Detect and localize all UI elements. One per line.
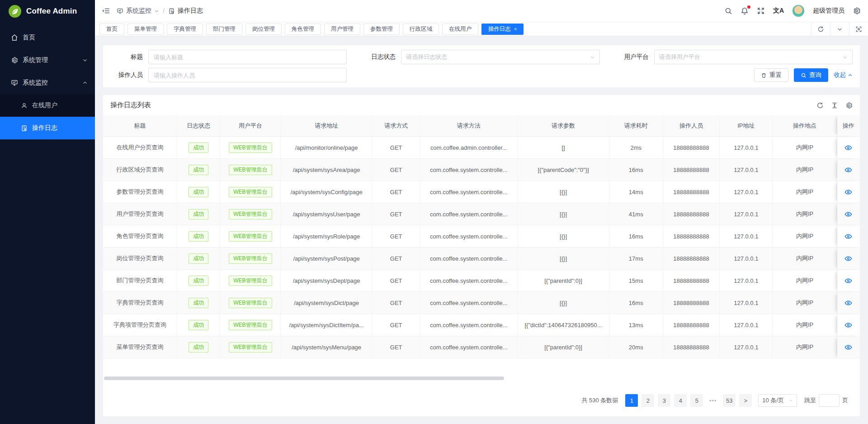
view-detail-eye-icon[interactable] (844, 144, 852, 152)
chevron-down-icon[interactable] (154, 9, 159, 14)
column-header: 请求方法 (420, 115, 518, 137)
tab-行政区域[interactable]: 行政区域 (403, 24, 439, 35)
maximize-icon[interactable] (849, 22, 868, 36)
platform-badge: WEB管理后台 (229, 231, 272, 242)
page-button-4[interactable]: 4 (674, 394, 687, 407)
tab-用户管理[interactable]: 用户管理 (324, 24, 360, 35)
chevron-up-icon (82, 80, 88, 86)
pagination-pages: 12345•••53 (625, 394, 736, 407)
view-detail-eye-icon[interactable] (844, 255, 852, 262)
view-detail-eye-icon[interactable] (844, 210, 852, 218)
monitor-icon (117, 8, 123, 14)
breadcrumb-section[interactable]: 系统监控 (126, 7, 151, 15)
username[interactable]: 超级管理员 (813, 7, 844, 15)
sidebar-menu: 首页 系统管理 系统监控 在线用户 操作日志 (0, 23, 95, 139)
column-header: 操作人员 (663, 115, 720, 137)
platform-badge: WEB管理后台 (229, 298, 272, 308)
tab-参数管理[interactable]: 参数管理 (363, 24, 400, 35)
column-header: 请求地址 (281, 115, 373, 137)
view-detail-eye-icon[interactable] (844, 321, 852, 329)
bell-icon[interactable] (741, 7, 749, 15)
refresh-icon[interactable] (811, 22, 830, 36)
cell-action (837, 336, 860, 358)
column-settings-gear-icon[interactable] (845, 102, 853, 109)
search-button[interactable]: 查询 (794, 68, 828, 82)
view-detail-eye-icon[interactable] (844, 277, 852, 285)
sidebar-item-system-manage[interactable]: 系统管理 (0, 49, 95, 71)
view-detail-eye-icon[interactable] (844, 299, 852, 307)
sidebar-item-operation-log[interactable]: 操作日志 (0, 117, 95, 139)
page-size-select[interactable]: 10 条/页 (758, 394, 797, 407)
status-badge: 成功 (189, 342, 208, 353)
chevron-down-icon[interactable] (830, 22, 849, 36)
platform-filter-select[interactable]: 请选择用户平台 (654, 50, 853, 64)
table-row: 部门管理分页查询成功WEB管理后台/api/system/sysDept/pag… (103, 270, 860, 292)
sidebar-item-label: 首页 (23, 33, 88, 42)
cell-request-class: com.coffee.system.controlle... (420, 336, 518, 358)
view-detail-eye-icon[interactable] (844, 233, 852, 240)
sidebar-item-online-users[interactable]: 在线用户 (0, 94, 95, 117)
tab-首页[interactable]: 首页 (99, 24, 124, 35)
cell-operator: 18888888888 (663, 292, 720, 314)
table-card: 操作日志列表 标题日志状态用户平台请求地址请求方式请求方法请求参数请求耗时操作人… (103, 95, 860, 416)
cell-status: 成功 (177, 203, 220, 225)
tab-部门管理[interactable]: 部门管理 (206, 24, 242, 35)
cell-request-class: com.coffee.system.controlle... (420, 203, 518, 225)
breadcrumb-page: 操作日志 (178, 7, 203, 15)
cell-request-time: 16ms (609, 292, 663, 314)
operator-filter-input[interactable] (148, 68, 347, 82)
page-button-53[interactable]: 53 (723, 394, 736, 407)
translate-icon[interactable]: 文A (773, 7, 784, 15)
cell-location: 内网IP (773, 248, 837, 270)
menu-fold-icon[interactable] (102, 7, 110, 15)
platform-badge: WEB管理后台 (229, 143, 272, 153)
view-detail-eye-icon[interactable] (844, 188, 852, 196)
next-page-button[interactable]: > (739, 394, 752, 407)
cell-request-method: GET (373, 203, 420, 225)
status-filter-select[interactable]: 请选择日志状态 (401, 50, 599, 64)
tab-在线用户[interactable]: 在线用户 (442, 24, 478, 35)
tab-角色管理[interactable]: 角色管理 (285, 24, 321, 35)
collapse-filters-link[interactable]: 收起 (834, 71, 853, 79)
cell-platform: WEB管理后台 (220, 159, 281, 181)
cell-status: 成功 (177, 314, 220, 336)
fullscreen-icon[interactable] (757, 7, 765, 15)
tab-操作日志[interactable]: 操作日志× (481, 24, 524, 35)
cell-request-params: [{}] (518, 248, 609, 270)
cell-action (837, 248, 860, 270)
cell-request-method: GET (373, 159, 420, 181)
reset-button-label: 重置 (769, 71, 782, 79)
topbar-actions: 文A 超级管理员 (724, 5, 861, 17)
title-filter-input[interactable] (148, 50, 347, 64)
cell-request-url: /api/monitor/online/page (281, 137, 373, 159)
reset-button[interactable]: 重置 (754, 68, 788, 82)
cell-status: 成功 (177, 292, 220, 314)
tab-字典管理[interactable]: 字典管理 (167, 24, 203, 35)
sidebar-item-home[interactable]: 首页 (0, 26, 95, 49)
search-icon[interactable] (724, 7, 732, 15)
page-button-3[interactable]: 3 (658, 394, 670, 407)
settings-gear-icon[interactable] (853, 7, 861, 15)
avatar[interactable] (792, 5, 805, 17)
tab-岗位管理[interactable]: 岗位管理 (245, 24, 282, 35)
table-header: 标题日志状态用户平台请求地址请求方式请求方法请求参数请求耗时操作人员IP地址操作… (103, 115, 860, 137)
row-height-icon[interactable] (831, 102, 838, 109)
page-button-5[interactable]: 5 (690, 394, 703, 407)
jump-to-input[interactable] (819, 394, 840, 407)
cell-status: 成功 (177, 270, 220, 292)
page-button-1[interactable]: 1 (625, 394, 638, 407)
cell-operator: 18888888888 (663, 203, 720, 225)
cell-title: 字典项管理分页查询 (103, 314, 177, 336)
refresh-icon[interactable] (816, 102, 824, 109)
notification-dot (747, 5, 750, 9)
page-button-2[interactable]: 2 (642, 394, 654, 407)
cell-action (837, 314, 860, 336)
view-detail-eye-icon[interactable] (844, 343, 852, 351)
view-detail-eye-icon[interactable] (844, 166, 852, 174)
close-icon[interactable]: × (514, 27, 517, 32)
page-size-value: 10 条/页 (762, 396, 784, 405)
sidebar: Coffee Admin 首页 系统管理 系统监控 在线用户 (0, 0, 95, 424)
horizontal-scrollbar-thumb[interactable] (104, 376, 504, 380)
sidebar-item-system-monitor[interactable]: 系统监控 (0, 71, 95, 94)
tab-菜单管理[interactable]: 菜单管理 (127, 24, 164, 35)
